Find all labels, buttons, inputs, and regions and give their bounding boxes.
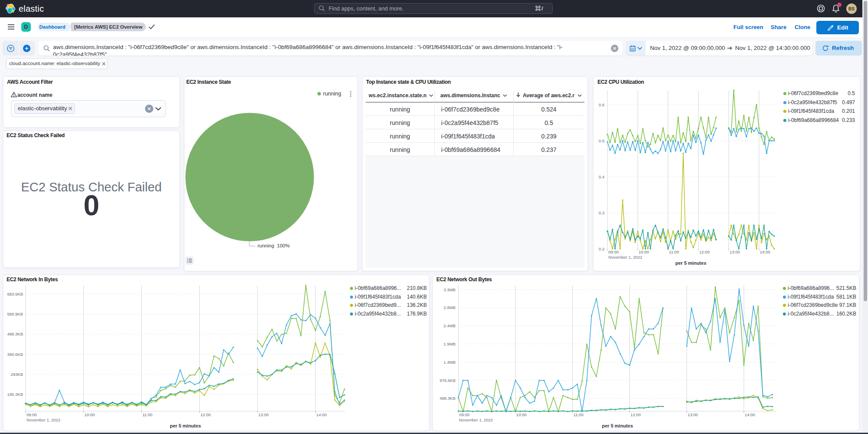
svg-text:488.3KB: 488.3KB	[7, 332, 23, 336]
svg-text:14:00: 14:00	[745, 412, 755, 417]
svg-text:09:00: 09:00	[608, 250, 619, 254]
svg-text:10:00: 10:00	[85, 412, 95, 417]
svg-text:293KB: 293KB	[10, 372, 23, 377]
svg-text:11:00: 11:00	[669, 250, 679, 254]
svg-text:2.9MB: 2.9MB	[444, 305, 455, 310]
svg-text:09:00: 09:00	[26, 412, 37, 417]
svg-text:683.6KB: 683.6KB	[7, 292, 23, 296]
svg-text:0.3: 0.3	[599, 210, 604, 215]
svg-text:10:00: 10:00	[516, 412, 527, 417]
svg-text:November 1, 2022: November 1, 2022	[608, 255, 642, 260]
svg-text:November 1, 2022: November 1, 2022	[459, 418, 493, 422]
svg-text:12:00: 12:00	[630, 412, 641, 417]
svg-text:13:00: 13:00	[258, 412, 269, 417]
svg-text:0.6: 0.6	[599, 102, 604, 107]
svg-text:0.4: 0.4	[599, 174, 604, 179]
svg-text:10:00: 10:00	[639, 250, 649, 254]
svg-text:390.6KB: 390.6KB	[7, 352, 23, 357]
svg-text:12:00: 12:00	[699, 250, 710, 254]
svg-text:12:00: 12:00	[201, 412, 211, 417]
svg-text:11:00: 11:00	[142, 412, 152, 417]
svg-text:November 1, 2022: November 1, 2022	[26, 418, 60, 422]
svg-text:195.3KB: 195.3KB	[7, 392, 23, 397]
svg-text:0.2: 0.2	[599, 247, 604, 251]
svg-text:3.3MB: 3.3MB	[444, 287, 455, 292]
svg-text:13:00: 13:00	[688, 412, 698, 417]
svg-text:1.9MB: 1.9MB	[444, 342, 455, 346]
svg-text:585.9KB: 585.9KB	[7, 312, 23, 316]
svg-text:09:00: 09:00	[459, 412, 470, 417]
svg-text:per 5 minutes: per 5 minutes	[675, 260, 706, 266]
svg-text:488.3KB: 488.3KB	[440, 396, 455, 401]
svg-text:11:00: 11:00	[574, 412, 584, 417]
svg-text:1.4MB: 1.4MB	[444, 360, 455, 365]
svg-text:per 5 minutes: per 5 minutes	[170, 423, 201, 428]
svg-text:2.4MB: 2.4MB	[444, 323, 455, 328]
svg-text:0.5: 0.5	[599, 138, 604, 143]
svg-text:14:00: 14:00	[317, 412, 327, 417]
svg-text:per 5 minutes: per 5 minutes	[602, 423, 633, 428]
svg-text:976.6KB: 976.6KB	[440, 378, 455, 383]
svg-text:14:00: 14:00	[760, 250, 770, 254]
svg-text:13:00: 13:00	[729, 250, 740, 254]
